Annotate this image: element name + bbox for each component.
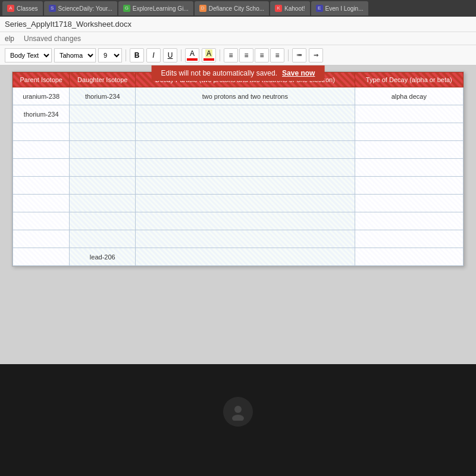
tab-favicon-kahoot: K: [275, 5, 282, 12]
table-cell-r1-c0[interactable]: thorium-234: [13, 105, 70, 123]
table-cell-r7-c0[interactable]: [13, 212, 70, 230]
table-body: uranium-238thorium-234two protons and tw…: [13, 87, 464, 266]
notification-banner: Edits will not be automatically saved. S…: [152, 65, 325, 81]
tab-kahoot[interactable]: K Kahoot!: [270, 1, 309, 15]
table-cell-r3-c0[interactable]: [13, 141, 70, 159]
tab-favicon-login: E: [316, 5, 323, 12]
table-cell-r2-c2[interactable]: [136, 123, 355, 141]
underline-button[interactable]: U: [163, 48, 177, 62]
table-row[interactable]: [13, 195, 464, 212]
table-cell-r5-c0[interactable]: [13, 177, 70, 195]
bottom-area: [0, 364, 476, 459]
table-cell-r4-c1[interactable]: [70, 159, 136, 177]
highlight-button[interactable]: A: [202, 48, 216, 62]
table-cell-r7-c1[interactable]: [70, 212, 136, 230]
toolbar-divider-2: [181, 49, 181, 61]
table-cell-r6-c1[interactable]: [70, 195, 136, 212]
tab-favicon-explorelearning: G: [123, 5, 130, 12]
size-select[interactable]: 9: [98, 48, 122, 62]
tab-sciencedaily[interactable]: S ScienceDaily: Your...: [44, 1, 117, 15]
table-row[interactable]: lead-206: [13, 248, 464, 266]
help-menu[interactable]: elp: [5, 35, 14, 43]
document-title-bar: Series_ApplyIt1718_Worksheet.docx: [0, 17, 476, 32]
italic-button[interactable]: I: [146, 48, 161, 62]
table-cell-r9-c2[interactable]: [136, 248, 355, 266]
style-select[interactable]: Body Text: [5, 48, 52, 62]
tab-favicon-sciencedaily: S: [49, 5, 56, 12]
table-row[interactable]: [13, 123, 464, 141]
table-cell-r3-c1[interactable]: [70, 141, 136, 159]
table-row[interactable]: thorium-234: [13, 105, 464, 123]
table-cell-r5-c2[interactable]: [136, 177, 355, 195]
table-cell-r7-c2[interactable]: [136, 212, 355, 230]
formatting-toolbar: Body Text Tahoma 9 B I U A A ≡ ≡ ≡ ≡ ≔ ⇒: [0, 45, 476, 65]
table-cell-r0-c3[interactable]: alpha decay: [355, 87, 463, 105]
table-cell-r0-c1[interactable]: thorium-234: [70, 87, 136, 105]
table-cell-r0-c0[interactable]: uranium-238: [13, 87, 70, 105]
toolbar-divider-4: [288, 49, 289, 61]
table-row[interactable]: [13, 159, 464, 177]
worksheet-table-container: Parent Isotope Daughter Isotope Decay Pa…: [12, 71, 464, 267]
font-color-button[interactable]: A: [185, 48, 199, 62]
table-cell-r0-c2[interactable]: two protons and two neutrons: [136, 87, 355, 105]
document-body: Edits will not be automatically saved. S…: [0, 65, 476, 364]
svg-point-1: [232, 415, 244, 421]
svg-point-0: [234, 406, 242, 413]
align-justify-button[interactable]: ≡: [270, 48, 284, 62]
table-cell-r1-c3[interactable]: [355, 105, 463, 123]
browser-tab-bar: A Classes S ScienceDaily: Your... G Expl…: [0, 0, 476, 17]
table-cell-r4-c3[interactable]: [355, 159, 463, 177]
document-filename: Series_ApplyIt1718_Worksheet.docx: [5, 20, 131, 29]
font-select[interactable]: Tahoma: [54, 48, 96, 62]
bold-button[interactable]: B: [130, 48, 144, 62]
unsaved-status: Unsaved changes: [24, 35, 81, 43]
toolbar-divider-1: [126, 49, 126, 61]
tab-login[interactable]: E Even I Login...: [311, 1, 368, 15]
table-row[interactable]: [13, 177, 464, 195]
table-cell-r7-c3[interactable]: [355, 212, 463, 230]
table-cell-r5-c1[interactable]: [70, 177, 136, 195]
font-color-swatch: [187, 58, 198, 61]
avatar-icon: [229, 403, 247, 421]
table-cell-r8-c3[interactable]: [355, 230, 463, 248]
table-cell-r4-c0[interactable]: [13, 159, 70, 177]
align-button-group: ≡ ≡ ≡ ≡: [224, 48, 284, 62]
header-daughter-isotope: Daughter Isotope: [70, 73, 136, 87]
align-left-button[interactable]: ≡: [224, 48, 238, 62]
table-cell-r2-c0[interactable]: [13, 123, 70, 141]
menu-bar: elp Unsaved changes: [0, 32, 476, 45]
table-cell-r6-c3[interactable]: [355, 195, 463, 212]
table-cell-r1-c2[interactable]: [136, 105, 355, 123]
align-center-button[interactable]: ≡: [239, 48, 253, 62]
table-cell-r3-c3[interactable]: [355, 141, 463, 159]
table-row[interactable]: [13, 212, 464, 230]
table-cell-r6-c0[interactable]: [13, 195, 70, 212]
tab-favicon-defiance: D: [199, 5, 206, 12]
tab-favicon-classes: A: [7, 5, 14, 12]
highlight-swatch: [203, 58, 214, 61]
header-type-of-decay: Type of Decay (alpha or beta): [355, 73, 463, 87]
table-cell-r8-c1[interactable]: [70, 230, 136, 248]
table-row[interactable]: [13, 141, 464, 159]
table-cell-r1-c1[interactable]: [70, 105, 136, 123]
table-cell-r8-c0[interactable]: [13, 230, 70, 248]
table-row[interactable]: [13, 230, 464, 248]
table-cell-r9-c0[interactable]: [13, 248, 70, 266]
align-right-button[interactable]: ≡: [255, 48, 269, 62]
table-cell-r4-c2[interactable]: [136, 159, 355, 177]
table-cell-r9-c1[interactable]: lead-206: [70, 248, 136, 266]
tab-classes[interactable]: A Classes: [2, 1, 43, 15]
table-cell-r2-c3[interactable]: [355, 123, 463, 141]
table-cell-r2-c1[interactable]: [70, 123, 136, 141]
table-cell-r9-c3[interactable]: [355, 248, 463, 266]
tab-explorelearning[interactable]: G ExploreLearning Gi...: [118, 1, 193, 15]
tab-defiance[interactable]: D Defiance City Scho...: [195, 1, 269, 15]
list-button[interactable]: ≔: [292, 48, 306, 62]
table-cell-r6-c2[interactable]: [136, 195, 355, 212]
table-cell-r3-c2[interactable]: [136, 141, 355, 159]
indent-button[interactable]: ⇒: [309, 48, 323, 62]
table-cell-r5-c3[interactable]: [355, 177, 463, 195]
save-now-link[interactable]: Save now: [282, 69, 315, 77]
table-cell-r8-c2[interactable]: [136, 230, 355, 248]
table-row[interactable]: uranium-238thorium-234two protons and tw…: [13, 87, 464, 105]
